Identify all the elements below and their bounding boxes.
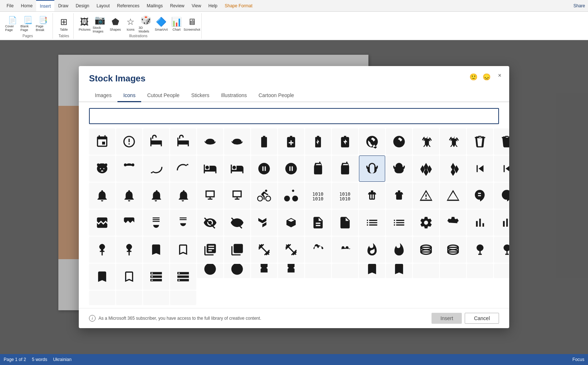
table-button[interactable]: ⊞ Table xyxy=(57,15,71,33)
tab-mailings[interactable]: Mailings xyxy=(143,0,166,11)
tab-view[interactable]: View xyxy=(188,0,205,11)
icon-cell-bookmark4[interactable] xyxy=(116,264,142,290)
icon-cell-partial11[interactable] xyxy=(467,264,493,278)
icon-cell-bicycle[interactable] xyxy=(251,182,277,209)
icon-cell-skip-back[interactable] xyxy=(467,155,493,182)
pictures-button[interactable]: 🖼 Pictures xyxy=(77,15,92,33)
smartart-button[interactable]: 🔷 SmartArt xyxy=(154,15,169,33)
icon-cell-beetle[interactable] xyxy=(359,155,385,182)
icon-cell-document2[interactable] xyxy=(332,210,358,236)
icon-cell-partial16[interactable] xyxy=(170,291,196,305)
icon-cell-barbell2[interactable] xyxy=(278,237,304,263)
icon-cell-binary2[interactable]: 10101010 xyxy=(332,182,358,209)
icon-cell-beehive[interactable] xyxy=(413,155,439,182)
icon-cell-partial6[interactable] xyxy=(332,264,358,278)
share-button[interactable]: Share xyxy=(573,3,585,8)
icon-cell-gear[interactable] xyxy=(413,210,439,236)
tab-review[interactable]: Review xyxy=(166,0,188,11)
tab-illustrations[interactable]: Illustrations xyxy=(215,89,253,102)
icon-cell-blocks2[interactable] xyxy=(278,210,304,236)
icon-cell-partial3[interactable] xyxy=(251,264,277,278)
icon-cell-bat[interactable] xyxy=(197,128,223,155)
icon-cell-bitcoin[interactable] xyxy=(467,182,493,209)
icon-cell-tennis2[interactable] xyxy=(386,128,412,155)
icon-cell-barbell[interactable] xyxy=(251,237,277,263)
icon-cell-billboard2[interactable] xyxy=(224,182,250,209)
icon-cell-partial8[interactable] xyxy=(386,264,412,278)
icon-cell-drum[interactable] xyxy=(413,237,439,263)
icon-cell-bat2[interactable] xyxy=(224,128,250,155)
3d-models-button[interactable]: 🎲 3D Models xyxy=(139,15,153,33)
icon-cell-beaker[interactable] xyxy=(467,128,493,155)
icon-cell-drum2[interactable] xyxy=(440,237,466,263)
icon-cell-hazard[interactable] xyxy=(413,182,439,209)
icon-cell-partial13[interactable] xyxy=(89,291,115,305)
icon-cell-document[interactable] xyxy=(305,210,331,236)
tab-images[interactable]: Images xyxy=(89,89,117,102)
icon-cell-skip-back2[interactable] xyxy=(494,155,509,182)
screenshot-button[interactable]: 🖥 Screenshot xyxy=(185,15,199,33)
icon-cell-partial7[interactable] xyxy=(359,264,385,278)
icon-cell-battery-charge2[interactable] xyxy=(332,128,358,155)
icon-cell-bone2[interactable] xyxy=(332,237,358,263)
icon-cell-partial4[interactable] xyxy=(278,264,304,278)
icon-cell-blind2[interactable] xyxy=(224,210,250,236)
icon-cell-books[interactable] xyxy=(197,237,223,263)
icon-cell-partial10[interactable] xyxy=(440,264,466,278)
icon-cell-billboard[interactable] xyxy=(197,182,223,209)
icon-cell-bookmark3[interactable] xyxy=(89,264,115,290)
icon-cell-bar-chart2[interactable] xyxy=(494,210,509,236)
icon-cell-binoculars2[interactable] xyxy=(386,182,412,209)
icon-cell-hazard2[interactable] xyxy=(440,182,466,209)
icon-cell-bookmark[interactable] xyxy=(143,237,169,263)
shapes-button[interactable]: ⬟ Shapes xyxy=(108,15,123,33)
icon-cell-beaver2[interactable] xyxy=(170,155,196,182)
icon-cell-books2[interactable] xyxy=(224,237,250,263)
insert-button[interactable]: Insert xyxy=(432,313,462,324)
icon-cell-bookmark2[interactable] xyxy=(170,237,196,263)
focus-button[interactable]: Focus xyxy=(572,357,584,362)
icon-cell-axe2[interactable] xyxy=(440,128,466,155)
icon-cell-bear[interactable] xyxy=(89,155,115,182)
icon-cell-partial9[interactable] xyxy=(413,264,439,278)
icon-cell[interactable] xyxy=(89,128,115,155)
icon-cell-binoculars[interactable] xyxy=(359,182,385,209)
icon-cell-beaker2[interactable] xyxy=(494,128,509,155)
icon-cell-blender[interactable] xyxy=(143,210,169,236)
tab-layout[interactable]: Layout xyxy=(93,0,113,11)
icon-cell-partial14[interactable] xyxy=(116,291,142,305)
icon-cell-stacks[interactable] xyxy=(143,264,169,290)
icon-cell-bone[interactable] xyxy=(305,237,331,263)
icon-cell-bee[interactable] xyxy=(251,155,277,182)
icon-cell-bathtub2[interactable] xyxy=(170,128,196,155)
icon-cell-binary[interactable]: 10101010 xyxy=(305,182,331,209)
page-break-button[interactable]: 📑 Page Break xyxy=(36,15,50,33)
icon-cell-bell[interactable] xyxy=(89,182,115,209)
icon-cell-partial12[interactable] xyxy=(494,264,509,278)
icon-cell-broken-image[interactable] xyxy=(89,210,115,236)
search-input[interactable] xyxy=(89,108,499,124)
tab-insert[interactable]: Insert xyxy=(36,0,54,11)
tab-file[interactable]: File xyxy=(3,0,17,11)
icon-cell[interactable] xyxy=(116,128,142,155)
tab-cartoon-people[interactable]: Cartoon People xyxy=(253,89,300,102)
tab-shape-format[interactable]: Shape Format xyxy=(221,0,256,11)
icon-cell-beetle2[interactable] xyxy=(386,155,412,182)
stock-images-button[interactable]: 📷 Stock Images xyxy=(93,15,107,33)
happy-emoji-button[interactable]: 🙂 xyxy=(468,72,479,82)
icon-cell-bonsai[interactable] xyxy=(89,237,115,263)
tab-design[interactable]: Design xyxy=(72,0,93,11)
icon-cell-blender2[interactable] xyxy=(170,210,196,236)
icon-cell-bed2[interactable] xyxy=(224,155,250,182)
sad-emoji-button[interactable]: 😞 xyxy=(481,72,492,82)
tab-cutout-people[interactable]: Cutout People xyxy=(141,89,185,102)
icon-cell-list[interactable] xyxy=(359,210,385,236)
icon-cell-bonsai3[interactable] xyxy=(467,237,493,263)
icon-cell-bed[interactable] xyxy=(197,155,223,182)
icon-cell-partial1[interactable] xyxy=(197,264,223,278)
tab-help[interactable]: Help xyxy=(205,0,221,11)
icon-cell-bitcoin2[interactable] xyxy=(494,182,509,209)
icon-cell-partial5[interactable] xyxy=(305,264,331,278)
icons-button[interactable]: ☆ Icons xyxy=(123,15,138,33)
icon-cell-battery-charge[interactable] xyxy=(305,128,331,155)
